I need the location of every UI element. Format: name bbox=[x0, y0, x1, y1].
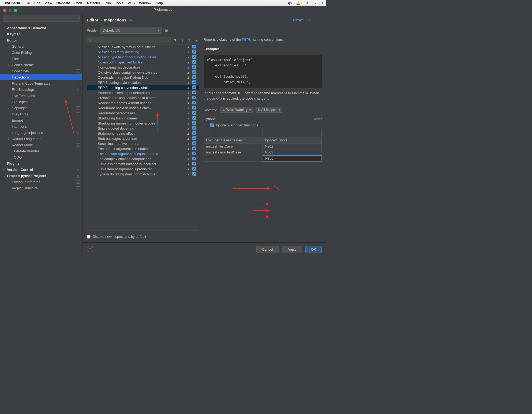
disable-new-checkbox[interactable] bbox=[87, 235, 91, 239]
reset-link[interactable]: Reset bbox=[293, 18, 304, 22]
inspection-checkbox[interactable] bbox=[192, 121, 196, 125]
inspection-item[interactable]: Too complex chained comparisons▲ bbox=[87, 156, 199, 161]
sidebar-item-file-and-code-templates[interactable]: File and Code Templates▭ bbox=[0, 80, 82, 86]
inspection-item[interactable]: Missing type hinting for function defini… bbox=[87, 55, 199, 60]
sidebar-item-inspections[interactable]: Inspections▭ bbox=[0, 74, 82, 80]
inspection-item[interactable]: Suspicious relative imports▲ bbox=[87, 141, 199, 146]
inspection-checkbox[interactable] bbox=[192, 65, 196, 69]
menu-refactor[interactable]: Refactor bbox=[87, 1, 100, 5]
inspection-item[interactable]: Redeclared names without usages▲ bbox=[87, 100, 199, 106]
inspection-item[interactable]: Prohibited trailing semicolon in a state… bbox=[87, 95, 199, 100]
inspection-item[interactable]: Type in docstring does not match infer▲ bbox=[87, 172, 199, 177]
inspection-checkbox[interactable] bbox=[192, 75, 196, 79]
sidebar-item-reader-mode[interactable]: Reader Mode▭ bbox=[0, 142, 82, 148]
inspection-checkbox[interactable] bbox=[192, 101, 196, 104]
inspection-checkbox[interactable] bbox=[192, 126, 196, 130]
inspection-checkbox[interactable] bbox=[192, 167, 196, 171]
sidebar-item-todo[interactable]: TODO bbox=[0, 154, 82, 160]
ignored-add-button[interactable]: ＋ bbox=[265, 130, 269, 136]
sidebar-item-file-types[interactable]: File Types bbox=[0, 99, 82, 105]
inspection-checkbox[interactable] bbox=[192, 85, 196, 89]
collapse-all-icon[interactable]: ⇕ bbox=[187, 37, 192, 43]
inspection-checkbox[interactable] bbox=[192, 106, 196, 110]
sidebar-item-keymap[interactable]: Keymap bbox=[0, 31, 82, 37]
status-bell-icon[interactable]: 🔔1 bbox=[296, 1, 303, 5]
scope-select[interactable]: In All Scopes bbox=[256, 107, 282, 113]
ignore-overridden-row[interactable]: Ignore overridden functions bbox=[204, 121, 322, 129]
ignore-overridden-checkbox[interactable] bbox=[210, 123, 214, 127]
inspection-item[interactable]: Redundant boolean variable check▲ bbox=[87, 106, 199, 111]
menu-navigate[interactable]: Navigate bbox=[56, 1, 70, 5]
sidebar-item-code-style[interactable]: ›Code Style▭ bbox=[0, 68, 82, 74]
excluded-row[interactable]: unittest.TestCase bbox=[204, 144, 263, 149]
inspection-search[interactable] bbox=[87, 37, 171, 43]
inspection-checkbox[interactable] bbox=[192, 131, 196, 135]
inspection-item[interactable]: The default argument is mutable▲ bbox=[87, 146, 199, 151]
inspection-item[interactable]: Tuple assignment balance is incorrect▲ bbox=[87, 161, 199, 167]
menu-run[interactable]: Run bbox=[104, 1, 111, 5]
sidebar-item-color-scheme[interactable]: ›Color Scheme bbox=[0, 62, 82, 68]
sidebar-item-inlay-hints[interactable]: Inlay Hints▭ bbox=[0, 111, 82, 117]
ignored-row-editing[interactable]: N806 bbox=[263, 155, 321, 161]
group-icon[interactable]: ▣ bbox=[194, 37, 199, 43]
inspection-item[interactable]: The function argument is equal to the d▲ bbox=[87, 151, 199, 156]
inspection-item[interactable]: No encoding specified for file▲ bbox=[87, 60, 199, 65]
inspection-item[interactable]: Shadowing built-in names▲ bbox=[87, 116, 199, 121]
inspection-item[interactable]: Statement has no effect▲ bbox=[87, 131, 199, 136]
settings-tree[interactable]: ›Appearance & BehaviorKeymap⌄Editor›Gene… bbox=[0, 24, 82, 256]
status-dnd-icon[interactable]: ⊖ bbox=[305, 1, 308, 5]
inspection-item[interactable]: Missing or empty docstring▲ bbox=[87, 50, 199, 55]
status-bluetooth-icon[interactable]: ✳︎ bbox=[321, 1, 324, 5]
filter-icon[interactable]: ▼ bbox=[172, 37, 178, 43]
sidebar-item-code-editing[interactable]: Code Editing bbox=[0, 50, 82, 56]
sidebar-item-file-encodings[interactable]: File Encodings▭ bbox=[0, 86, 82, 93]
inspection-checkbox[interactable] bbox=[192, 136, 196, 140]
inspection-checkbox[interactable] bbox=[192, 60, 196, 64]
severity-select[interactable]: ▲ Weak Warning bbox=[220, 107, 253, 113]
pep8-link[interactable]: PEP8 bbox=[242, 37, 251, 42]
sidebar-item-copyright[interactable]: ›Copyright▭ bbox=[0, 105, 82, 111]
sidebar-item-live-templates[interactable]: Live Templates bbox=[0, 93, 82, 99]
inspection-checkbox[interactable] bbox=[192, 116, 196, 120]
inspection-checkbox[interactable] bbox=[192, 141, 196, 145]
menu-view[interactable]: View bbox=[44, 1, 52, 5]
inspection-item[interactable]: Tuple item assignment is prohibited▲ bbox=[87, 167, 199, 172]
status-globe-icon[interactable]: ◐6 bbox=[288, 1, 293, 5]
inspection-list[interactable]: Missing `await` syntax in coroutine cal▲… bbox=[87, 44, 199, 231]
sidebar-item-appearance-behavior[interactable]: ›Appearance & Behavior bbox=[0, 25, 82, 31]
inspection-item[interactable]: Redundant parentheses▲ bbox=[87, 111, 199, 116]
ignored-remove-button[interactable]: － bbox=[272, 130, 276, 136]
menu-vcs[interactable]: VCS bbox=[128, 1, 135, 5]
status-wifi-icon[interactable]: 􀙇 bbox=[311, 1, 312, 5]
inspection-item[interactable]: Old-style class contains new-style clas▲ bbox=[87, 70, 199, 75]
traffic-lights[interactable] bbox=[3, 9, 17, 12]
excluded-row[interactable]: unittest.case.TestCase bbox=[204, 149, 263, 155]
search-input[interactable] bbox=[3, 16, 80, 22]
excluded-row[interactable] bbox=[204, 155, 263, 161]
inspection-checkbox[interactable] bbox=[192, 70, 196, 74]
inspection-checkbox[interactable] bbox=[192, 96, 196, 99]
inspection-item[interactable]: Shadowing names from outer scopes▲ bbox=[87, 121, 199, 126]
inspection-checkbox[interactable] bbox=[192, 55, 196, 59]
sidebar-item-intentions[interactable]: Intentions bbox=[0, 123, 82, 130]
sidebar-item-font[interactable]: Font bbox=[0, 56, 82, 62]
sidebar-item-general[interactable]: ›General bbox=[0, 43, 82, 50]
menu-app[interactable]: PyCharm bbox=[5, 1, 20, 5]
sidebar-item-textmate-bundles[interactable]: TextMate Bundles bbox=[0, 148, 82, 154]
inspection-checkbox[interactable] bbox=[192, 146, 196, 150]
inspection-item[interactable]: Problematic nesting of decorators▲ bbox=[87, 90, 199, 95]
menu-tools[interactable]: Tools bbox=[115, 1, 123, 5]
sidebar-item-project-pythonproject5[interactable]: ⌄Project: pythonProject5▭ bbox=[0, 173, 82, 179]
sidebar-item-version-control[interactable]: ›Version Control▭ bbox=[0, 167, 82, 173]
sidebar-item-natural-languages[interactable]: ›Natural Languages bbox=[0, 136, 82, 142]
menu-window[interactable]: Window bbox=[139, 1, 151, 5]
inspection-checkbox[interactable] bbox=[192, 111, 196, 115]
inspection-item[interactable]: Non-optimal list declaration▲ bbox=[87, 65, 199, 70]
sidebar-item-language-injections[interactable]: Language Injections▭ bbox=[0, 130, 82, 136]
cancel-button[interactable]: Cancel bbox=[256, 246, 279, 253]
close-button[interactable] bbox=[3, 9, 6, 12]
inspection-checkbox[interactable] bbox=[192, 172, 196, 176]
inspection-checkbox[interactable] bbox=[192, 157, 196, 160]
back-button[interactable]: ← bbox=[308, 17, 313, 23]
sidebar-item-emmet[interactable]: Emmet bbox=[0, 117, 82, 123]
